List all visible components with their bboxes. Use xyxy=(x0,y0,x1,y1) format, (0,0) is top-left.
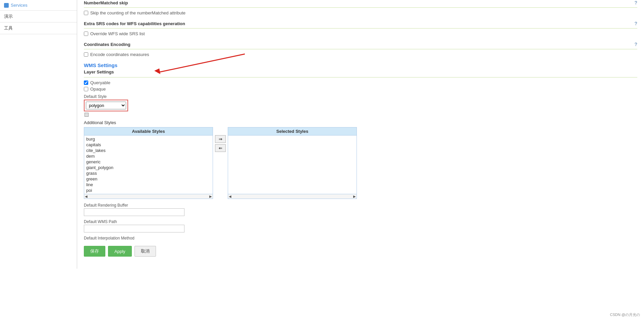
selected-styles-header: Selected Styles xyxy=(228,127,357,136)
available-styles-header: Available Styles xyxy=(84,127,213,136)
queryable-label: Queryable xyxy=(90,80,110,85)
extra-srs-checkbox-label: Override WFS wide SRS list xyxy=(90,31,145,36)
numbermatched-checkbox[interactable] xyxy=(84,11,88,15)
available-style-item[interactable]: line xyxy=(84,182,213,188)
queryable-checkbox[interactable] xyxy=(84,81,88,85)
sidebar-item-demo[interactable]: 演示 xyxy=(0,11,77,22)
numbermatched-checkbox-row: Skip the counting of the numberMatched a… xyxy=(84,10,637,15)
rendering-buffer-input[interactable] xyxy=(84,208,184,216)
available-style-item[interactable]: cite_lakes xyxy=(84,148,213,153)
available-style-item[interactable]: poi xyxy=(84,188,213,193)
selected-styles-container: Selected Styles ◀ ▶ xyxy=(228,127,357,199)
wms-settings-title: WMS Settings xyxy=(84,62,637,68)
sidebar: Services 演示 工具 xyxy=(0,0,77,269)
hscroll-right-icon: ▶ xyxy=(209,195,212,198)
rendering-buffer-label: Default Rendering Buffer xyxy=(84,203,637,208)
apply-button[interactable]: Apply xyxy=(108,246,132,257)
available-styles-list[interactable]: burgcapitalscite_lakesdemgenericgiant_po… xyxy=(84,136,213,194)
default-style-container: Default Style polygon xyxy=(84,94,637,117)
default-style-label: Default Style xyxy=(84,94,637,99)
services-icon xyxy=(4,3,9,8)
numbermatched-section: NumberMatched skip ? Skip the counting o… xyxy=(84,0,637,15)
available-style-item[interactable]: grass xyxy=(84,170,213,176)
rendering-buffer-container: Default Rendering Buffer xyxy=(84,203,637,216)
main-content: NumberMatched skip ? Skip the counting o… xyxy=(77,0,644,269)
opaque-row: Opaque xyxy=(84,87,637,92)
extra-srs-checkbox[interactable] xyxy=(84,32,88,36)
opaque-checkbox[interactable] xyxy=(84,87,88,91)
available-style-item[interactable]: dem xyxy=(84,153,213,159)
default-style-select[interactable]: polygon xyxy=(86,102,126,109)
available-style-item[interactable]: generic xyxy=(84,159,213,165)
interpolation-label: Default Interpolation Method xyxy=(84,236,637,241)
sidebar-services-label: Services xyxy=(11,3,28,8)
wms-path-input[interactable] xyxy=(84,225,184,232)
transfer-buttons: ⇒ ⇐ xyxy=(213,135,228,152)
selected-styles-list[interactable] xyxy=(228,136,357,194)
available-hscroll[interactable]: ◀ ▶ xyxy=(84,194,213,199)
available-style-item[interactable]: green xyxy=(84,176,213,182)
wms-settings-section: WMS Settings Layer Settings Queryable Op… xyxy=(84,62,637,257)
selected-hscroll-right-icon: ▶ xyxy=(353,195,356,198)
extra-srs-section: Extra SRS codes for WFS capabilities gen… xyxy=(84,21,637,36)
move-right-button[interactable]: ⇒ xyxy=(215,135,226,143)
wms-path-label: Default WMS Path xyxy=(84,219,637,224)
save-button[interactable]: 保存 xyxy=(84,246,105,257)
button-bar: 保存 Apply 取消 xyxy=(84,246,637,257)
sidebar-demo-label: 演示 xyxy=(4,14,13,19)
additional-styles-container: Additional Styles Available Styles burgc… xyxy=(84,120,637,199)
additional-styles-label: Additional Styles xyxy=(84,120,637,125)
layer-settings-title: Layer Settings xyxy=(84,69,114,74)
coordinates-encoding-checkbox-label: Encode coordinates measures xyxy=(90,52,149,57)
sidebar-item-services[interactable]: Services xyxy=(0,0,77,11)
available-style-item[interactable]: burg xyxy=(84,136,213,142)
cancel-button[interactable]: 取消 xyxy=(135,246,156,257)
interpolation-container: Default Interpolation Method xyxy=(84,236,637,241)
extra-srs-help-icon[interactable]: ? xyxy=(634,21,637,26)
opaque-label: Opaque xyxy=(90,87,106,92)
wms-path-container: Default WMS Path xyxy=(84,219,637,232)
styles-transfer: Available Styles burgcapitalscite_lakesd… xyxy=(84,127,637,199)
coordinates-encoding-help-icon[interactable]: ? xyxy=(634,42,637,47)
move-left-button[interactable]: ⇐ xyxy=(215,144,226,152)
sidebar-item-tools[interactable]: 工具 xyxy=(0,22,77,34)
queryable-row: Queryable xyxy=(84,80,637,85)
style-select-wrapper: polygon xyxy=(84,100,128,111)
extra-srs-title: Extra SRS codes for WFS capabilities gen… xyxy=(84,21,637,26)
available-style-item[interactable]: capitals xyxy=(84,142,213,148)
sidebar-tools-label: 工具 xyxy=(4,25,13,31)
numbermatched-checkbox-label: Skip the counting of the numberMatched a… xyxy=(90,10,185,15)
coordinates-encoding-title: Coordinates Encoding ? xyxy=(84,42,637,47)
selected-hscroll[interactable]: ◀ ▶ xyxy=(228,194,357,199)
numbermatched-title: NumberMatched skip ? xyxy=(84,0,637,5)
coordinates-encoding-section: Coordinates Encoding ? Encode coordinate… xyxy=(84,42,637,57)
hscroll-left-icon: ◀ xyxy=(85,195,88,198)
selected-hscroll-left-icon: ◀ xyxy=(229,195,231,198)
resize-indicator xyxy=(85,113,89,117)
numbermatched-help-icon[interactable]: ? xyxy=(634,0,637,5)
available-style-item[interactable]: giant_polygon xyxy=(84,165,213,170)
coordinates-encoding-checkbox[interactable] xyxy=(84,52,88,57)
available-styles-container: Available Styles burgcapitalscite_lakesd… xyxy=(84,127,213,199)
extra-srs-checkbox-row: Override WFS wide SRS list xyxy=(84,31,637,36)
coordinates-encoding-checkbox-row: Encode coordinates measures xyxy=(84,52,637,57)
